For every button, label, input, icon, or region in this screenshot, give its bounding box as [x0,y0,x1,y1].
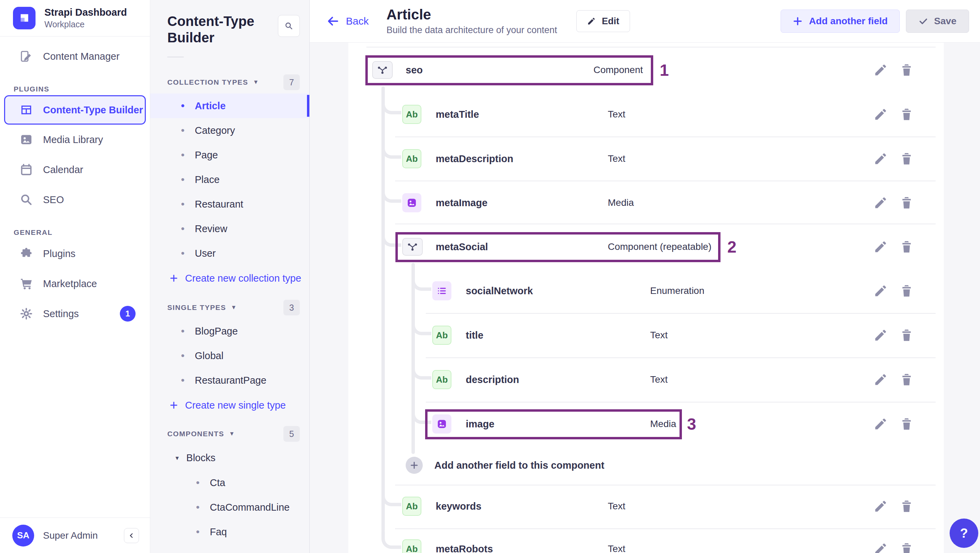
bullet-icon: • [181,248,185,259]
media-field-icon [432,415,452,434]
collection-type-category[interactable]: •Category [150,118,309,143]
component-features[interactable]: •Features [150,544,309,553]
field-row-metarobots: Ab metaRobots Text [348,527,944,553]
nav-item-plugins[interactable]: Plugins [0,238,150,269]
component-cta[interactable]: •Cta [150,470,309,495]
nav-item-media-library[interactable]: Media Library [0,125,150,155]
delete-field-icon[interactable] [899,372,914,387]
nav-item-settings[interactable]: Settings 1 [0,299,150,329]
nav-item-content-manager[interactable]: Content Manager [0,41,150,72]
component-ctacommandline[interactable]: •CtaCommandLine [150,495,309,520]
delete-field-icon[interactable] [899,542,914,553]
save-button[interactable]: Save [906,10,969,33]
delete-field-icon[interactable] [899,499,914,513]
edit-field-icon[interactable] [873,107,888,122]
edit-field-icon[interactable] [873,328,888,342]
workspace-switcher[interactable]: Strapi Dashboard Workplace [0,0,150,37]
divider [167,57,184,57]
component-field-icon [402,238,423,256]
nav-item-content-type-builder[interactable]: Content-Type Builder [4,95,146,125]
edit-field-icon[interactable] [873,372,888,387]
annotation-number-1: 1 [660,61,669,79]
search-button[interactable] [278,15,300,37]
nav-item-label: Content Manager [43,51,119,62]
plus-icon [169,401,178,410]
components-count: 5 [283,426,300,442]
add-another-field-button[interactable]: Add another field [781,10,899,33]
chevron-down-icon: ▾ [175,454,179,462]
field-type: Component [593,48,643,92]
delete-field-icon[interactable] [899,240,914,254]
component-faq[interactable]: •Faq [150,520,309,544]
field-type: Text [608,92,625,137]
nav-item-label: Media Library [43,134,103,145]
page-title: Article [387,7,557,22]
field-row-title: Ab title Text [348,313,944,358]
section-single-types[interactable]: SINGLE TYPES ▼ 3 [167,300,300,315]
edit-field-icon[interactable] [873,240,888,254]
bullet-icon: • [181,125,185,136]
delete-field-icon[interactable] [899,328,914,342]
arrow-left-icon [326,14,340,28]
collection-type-place[interactable]: •Place [150,167,309,192]
check-icon [918,16,928,26]
bullet-icon: • [181,100,185,111]
add-field-to-component-row[interactable]: Add another field to this component [348,443,944,488]
single-type-restaurantpage[interactable]: •RestaurantPage [150,368,309,393]
chevron-down-icon: ▼ [253,79,259,86]
edit-field-icon[interactable] [873,284,888,298]
edit-field-icon[interactable] [873,542,888,553]
collection-type-review[interactable]: •Review [150,216,309,241]
field-type: Text [608,137,625,181]
collection-type-user[interactable]: •User [150,241,309,265]
collection-type-page[interactable]: •Page [150,143,309,167]
component-group-blocks[interactable]: ▾ Blocks [150,445,309,470]
user-bar: SA Super Admin [0,518,150,553]
field-row-seo: seo Component [348,48,944,92]
bullet-icon: • [181,325,185,337]
nav-item-label: Content-Type Builder [43,105,143,116]
gear-icon [20,307,33,320]
single-type-global[interactable]: •Global [150,343,309,368]
edit-button[interactable]: Edit [576,10,630,32]
nav-item-marketplace[interactable]: Marketplace [0,269,150,299]
collapse-sidebar-button[interactable] [124,528,139,543]
help-button[interactable]: ? [950,518,978,548]
edit-field-icon[interactable] [873,63,888,77]
back-button[interactable]: Back [326,14,369,28]
create-single-type-button[interactable]: Create new single type [150,393,309,418]
edit-field-icon[interactable] [873,499,888,513]
section-collection-types[interactable]: COLLECTION TYPES ▼ 7 [167,75,300,90]
delete-field-icon[interactable] [899,284,914,298]
nav-item-seo[interactable]: SEO [0,185,150,215]
field-type: Enumeration [650,269,705,313]
user-name: Super Admin [43,530,115,541]
chevron-down-icon: ▼ [231,304,237,311]
create-collection-type-button[interactable]: Create new collection type [150,265,309,291]
delete-field-icon[interactable] [899,152,914,166]
pencil-icon [587,17,596,25]
edit-field-icon[interactable] [873,152,888,166]
delete-field-icon[interactable] [899,63,914,77]
field-row-metadescription: Ab metaDescription Text [348,137,944,181]
delete-field-icon[interactable] [899,107,914,122]
text-field-icon: Ab [402,539,422,553]
nav-item-calendar[interactable]: Calendar [0,155,150,185]
field-name: title [466,313,484,358]
section-components[interactable]: COMPONENTS ▼ 5 [167,426,300,442]
bullet-icon: • [181,149,185,161]
collection-type-restaurant[interactable]: •Restaurant [150,192,309,216]
text-field-icon: Ab [402,105,422,124]
collection-type-article[interactable]: •Article [150,94,309,118]
feather-icon [20,50,33,63]
add-field-to-component-label: Add another field to this component [434,460,605,471]
search-icon [20,193,33,206]
annotation-number-2: 2 [727,238,737,256]
avatar[interactable]: SA [12,525,34,547]
field-name: image [466,402,495,446]
delete-field-icon[interactable] [899,195,914,210]
edit-field-icon[interactable] [873,195,888,210]
delete-field-icon[interactable] [899,417,914,431]
edit-field-icon[interactable] [873,417,888,431]
single-type-blogpage[interactable]: •BlogPage [150,319,309,343]
